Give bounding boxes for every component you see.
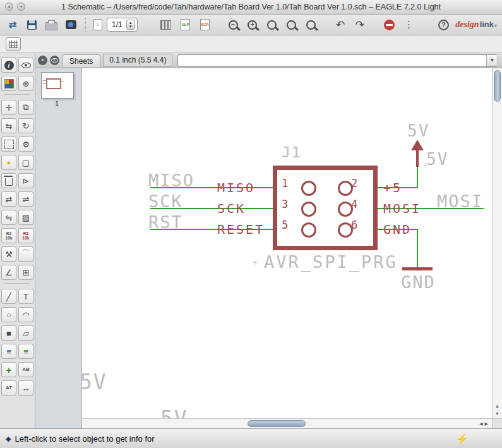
undo-button[interactable]: ↶ xyxy=(333,16,348,33)
sheets-close-button[interactable]: × xyxy=(38,56,47,65)
switch-board-button[interactable]: ⇄ xyxy=(5,16,20,33)
delete-tool-button[interactable] xyxy=(1,173,16,188)
connector-symbol-body[interactable] xyxy=(273,166,378,250)
value-tool-button[interactable]: R2 10k xyxy=(18,228,33,243)
zoom-select-button[interactable] xyxy=(303,16,318,33)
pin-name-plus5: +5 xyxy=(383,180,402,195)
net-wire-5v-vertical[interactable] xyxy=(417,166,418,188)
pin-circle-1[interactable] xyxy=(301,181,316,196)
sheets-preview-button[interactable] xyxy=(50,56,59,65)
supply-5v-arrow-icon[interactable] xyxy=(411,140,424,150)
attribute-tool-button[interactable]: AT xyxy=(1,380,16,396)
net-wire-gnd-vertical[interactable] xyxy=(417,229,418,268)
sheet-selector[interactable]: 1/1 ▲▼ xyxy=(107,18,138,32)
vertical-scroll-arrows[interactable]: ▲ ▼ xyxy=(493,403,502,418)
sheet-selector-stepper[interactable]: ▲▼ xyxy=(126,20,135,30)
text-tool-button[interactable]: T xyxy=(18,289,33,304)
paste-tool-button[interactable]: ▢ xyxy=(18,155,33,170)
cam-processor-button[interactable] xyxy=(63,16,78,33)
paint-tool-button[interactable]: ▨ xyxy=(18,210,33,225)
split-tool-button[interactable]: ∠ xyxy=(1,265,16,280)
copy-tool-button[interactable]: ⧉ xyxy=(18,100,33,115)
scroll-up-icon[interactable]: ▲ xyxy=(493,403,502,410)
combo-dropdown-button[interactable]: ▼ xyxy=(486,55,498,66)
miter-tool-button[interactable]: ⌒ xyxy=(18,246,33,262)
grid-settings-button[interactable] xyxy=(6,37,21,51)
vertical-scrollbar[interactable]: ▲ ▼ xyxy=(492,68,502,418)
gnd-label[interactable]: GND xyxy=(401,272,436,292)
supply-label-5v-top[interactable]: 5V xyxy=(407,121,429,140)
tab-sheets[interactable]: Sheets xyxy=(62,54,100,67)
cut-tool-button[interactable]: ● xyxy=(1,155,16,170)
pin-circle-5[interactable] xyxy=(301,222,316,238)
invoke-tool-button[interactable]: ⊞ xyxy=(18,265,33,280)
mark-tool-button[interactable]: ⊕ xyxy=(18,76,33,91)
save-button[interactable] xyxy=(25,16,40,33)
wire-tool-button[interactable]: ╱ xyxy=(1,289,16,304)
ghost-label-5v-left[interactable]: 5V xyxy=(82,370,107,394)
zoom-in-button[interactable]: + xyxy=(245,16,260,33)
zoom-fit-button[interactable] xyxy=(265,16,280,33)
gnd-symbol-bar[interactable] xyxy=(402,267,433,270)
smash-tool-button[interactable]: ⚒ xyxy=(1,246,16,262)
horizontal-scrollbar[interactable]: ◀▶ xyxy=(82,418,492,428)
rotate-tool-button[interactable]: ↻ xyxy=(18,118,33,133)
stop-button[interactable] xyxy=(382,16,397,33)
scroll-down-icon[interactable]: ▼ xyxy=(493,410,502,418)
show-tool-button[interactable] xyxy=(18,58,33,73)
circle-tool-button[interactable]: ○ xyxy=(1,307,16,322)
zoom-in-icon: + xyxy=(248,20,257,30)
display-tool-button[interactable] xyxy=(1,76,16,91)
vertical-scroll-thumb[interactable] xyxy=(494,70,501,102)
net-label-rst[interactable]: RST xyxy=(148,212,183,232)
net-label-mosi[interactable]: MOSI xyxy=(437,191,483,211)
script-button[interactable]: SCR xyxy=(197,16,212,33)
window-zoom-button[interactable]: + xyxy=(17,3,25,11)
window-close-button[interactable]: × xyxy=(5,3,13,11)
net-label-miso[interactable]: MISO xyxy=(148,171,194,190)
net-tool-button[interactable]: ≡ xyxy=(18,344,33,359)
help-button[interactable]: ? xyxy=(436,16,451,33)
horizontal-scroll-thumb[interactable] xyxy=(248,420,306,427)
add-tool-button[interactable]: ⊳ xyxy=(18,173,33,188)
bus-tool-button[interactable]: ≡ xyxy=(1,344,16,359)
wire-icon: ╱ xyxy=(6,292,11,301)
move-tool-button[interactable]: ✛ xyxy=(1,100,16,115)
scroll-right-icon[interactable]: ▶ xyxy=(485,421,490,426)
ghost-label-5v-bottom[interactable]: 5V xyxy=(160,406,188,418)
group-tool-button[interactable] xyxy=(1,136,16,152)
info-tool-button[interactable]: i xyxy=(1,58,16,73)
cam-icon xyxy=(66,20,76,29)
gateswap-tool-button[interactable]: ⇌ xyxy=(18,191,33,207)
pin-circle-3[interactable] xyxy=(301,202,316,217)
part-designator-label[interactable]: J1 xyxy=(282,144,302,160)
arc-tool-button[interactable]: ◠ xyxy=(18,307,33,322)
command-combobox[interactable]: ▼ xyxy=(177,54,498,67)
dimension-tool-button[interactable]: ↔ xyxy=(18,380,33,396)
supply-label-5v-side[interactable]: 5V xyxy=(426,150,448,169)
rect-tool-button[interactable]: ■ xyxy=(1,325,16,341)
scroll-left-icon[interactable]: ◀ xyxy=(479,421,484,426)
supply-5v-stem[interactable] xyxy=(416,150,419,167)
horizontal-scroll-arrows[interactable]: ◀▶ xyxy=(479,419,490,428)
pinswap-tool-button[interactable]: ⇄ xyxy=(1,191,16,207)
polygon-tool-button[interactable]: ▱ xyxy=(18,325,33,341)
grid-button[interactable] xyxy=(158,16,174,33)
replace-tool-button[interactable]: ⇋ xyxy=(1,210,16,225)
zoom-out-button[interactable]: − xyxy=(225,16,241,33)
run-ulp-button[interactable]: ULP xyxy=(178,16,193,33)
more-commands-button[interactable]: ⋮ xyxy=(402,16,417,33)
designlink-logo[interactable]: design link ▾ xyxy=(455,20,497,30)
name-tool-button[interactable]: R2 10k xyxy=(1,228,16,243)
part-value-label[interactable]: AVR_SPI_PRG xyxy=(264,252,398,272)
mirror-tool-button[interactable]: ⇆ xyxy=(1,118,16,133)
net-label-sck[interactable]: SCK xyxy=(148,191,183,211)
junction-tool-button[interactable]: + xyxy=(1,362,16,377)
redo-button[interactable]: ↷ xyxy=(352,16,368,33)
schematic-canvas[interactable]: J1 AVR_SPI_PRG + + 1 2 3 4 5 6 MISO SCK … xyxy=(82,68,492,418)
label-tool-button[interactable]: AB xyxy=(18,362,33,377)
change-tool-button[interactable]: ⚙ xyxy=(18,136,33,152)
zoom-redraw-button[interactable] xyxy=(284,16,299,33)
sheet-thumbnail[interactable] xyxy=(41,72,74,99)
print-button[interactable] xyxy=(44,16,59,33)
